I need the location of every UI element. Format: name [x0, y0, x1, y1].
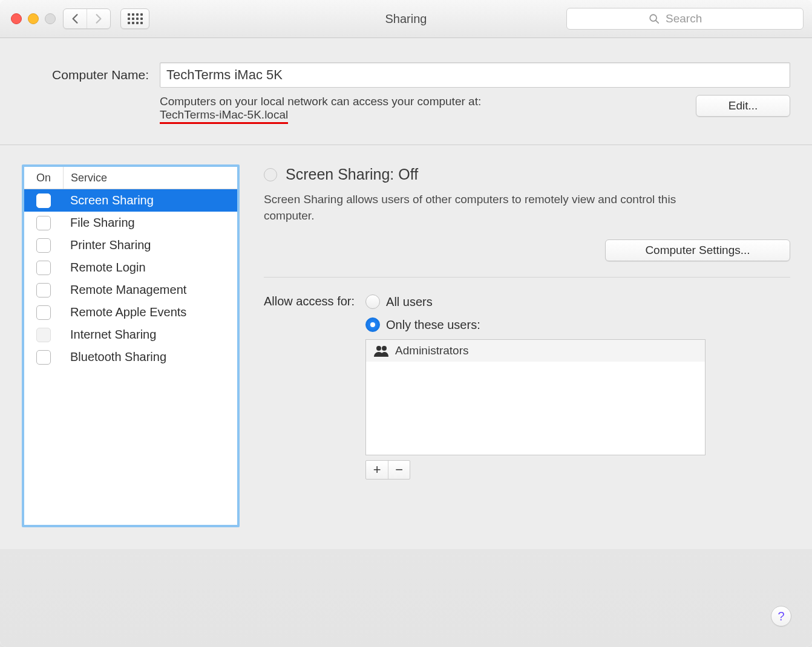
radio-all-users-label: All users: [386, 295, 433, 309]
radio-icon: [365, 294, 380, 309]
forward-button[interactable]: [87, 9, 110, 28]
radio-all-users[interactable]: All users: [365, 293, 790, 310]
service-row[interactable]: Screen Sharing: [24, 189, 237, 212]
computer-name-input[interactable]: [160, 62, 790, 88]
show-all-prefs-button[interactable]: [120, 8, 149, 29]
service-row[interactable]: Bluetooth Sharing: [24, 346, 237, 368]
service-row[interactable]: Remote Management: [24, 279, 237, 301]
service-checkbox[interactable]: [36, 350, 51, 365]
service-checkbox[interactable]: [36, 216, 51, 230]
computer-name-section: Computer Name: Computers on your local n…: [0, 38, 812, 145]
service-checkbox[interactable]: [36, 261, 51, 275]
edit-hostname-button[interactable]: Edit...: [696, 95, 790, 117]
back-button[interactable]: [64, 9, 87, 28]
search-field[interactable]: [566, 8, 804, 30]
service-label: Screen Sharing: [63, 193, 154, 207]
service-label: Remote Management: [63, 283, 186, 297]
service-checkbox[interactable]: [36, 305, 51, 320]
service-row[interactable]: Printer Sharing: [24, 234, 237, 256]
local-hostname: TechTerms-iMac-5K.local: [160, 108, 288, 124]
minimize-window-button[interactable]: [28, 13, 39, 24]
service-status-description: Screen Sharing allows users of other com…: [264, 192, 724, 224]
nav-group: [63, 8, 111, 29]
chevron-left-icon: [71, 13, 79, 24]
svg-point-0: [650, 15, 656, 21]
service-label: Remote Apple Events: [63, 305, 186, 319]
svg-line-1: [656, 21, 658, 23]
group-icon: [373, 345, 389, 357]
search-input[interactable]: [664, 11, 721, 26]
col-on-header: On: [24, 167, 64, 189]
service-checkbox[interactable]: [36, 283, 51, 297]
service-status-title: Screen Sharing: Off: [286, 166, 418, 183]
col-service-header: Service: [64, 167, 107, 189]
computer-settings-button[interactable]: Computer Settings...: [605, 239, 790, 261]
services-header: On Service: [24, 167, 237, 189]
user-name: Administrators: [395, 344, 468, 357]
radio-only-users-label: Only these users:: [386, 318, 480, 332]
add-remove-group: + −: [365, 460, 410, 480]
titlebar: Sharing: [0, 0, 812, 38]
computer-name-description: Computers on your local network can acce…: [160, 95, 685, 108]
computer-name-label: Computer Name:: [22, 68, 149, 82]
service-label: File Sharing: [63, 216, 135, 230]
service-row[interactable]: Remote Apple Events: [24, 301, 237, 324]
zoom-window-button[interactable]: [45, 13, 56, 24]
user-row[interactable]: Administrators: [366, 340, 705, 362]
service-label: Bluetooth Sharing: [63, 350, 166, 364]
service-label: Internet Sharing: [63, 328, 156, 342]
service-row[interactable]: File Sharing: [24, 212, 237, 234]
services-list[interactable]: On Service Screen SharingFile SharingPri…: [22, 164, 240, 527]
traffic-lights: [8, 13, 56, 24]
user-list[interactable]: Administrators: [365, 339, 706, 455]
search-icon: [649, 13, 660, 24]
service-checkbox[interactable]: [36, 328, 51, 342]
service-label: Remote Login: [63, 261, 146, 275]
divider: [264, 277, 790, 278]
close-window-button[interactable]: [11, 13, 22, 24]
service-checkbox[interactable]: [36, 238, 51, 253]
help-button[interactable]: ?: [771, 606, 791, 626]
remove-user-button[interactable]: −: [388, 461, 410, 479]
radio-only-these-users[interactable]: Only these users:: [365, 316, 790, 333]
radio-icon: [365, 317, 380, 332]
service-checkbox[interactable]: [36, 193, 51, 208]
svg-point-3: [382, 346, 387, 351]
service-details: Screen Sharing: Off Screen Sharing allow…: [264, 164, 790, 527]
service-row[interactable]: Remote Login: [24, 256, 237, 279]
chevron-right-icon: [94, 13, 103, 24]
add-user-button[interactable]: +: [366, 461, 388, 479]
svg-point-2: [376, 346, 381, 351]
service-label: Printer Sharing: [63, 238, 151, 252]
apps-grid-icon: [128, 13, 143, 24]
service-row[interactable]: Internet Sharing: [24, 324, 237, 346]
allow-access-label: Allow access for:: [264, 293, 355, 480]
status-indicator-icon: [264, 168, 277, 181]
